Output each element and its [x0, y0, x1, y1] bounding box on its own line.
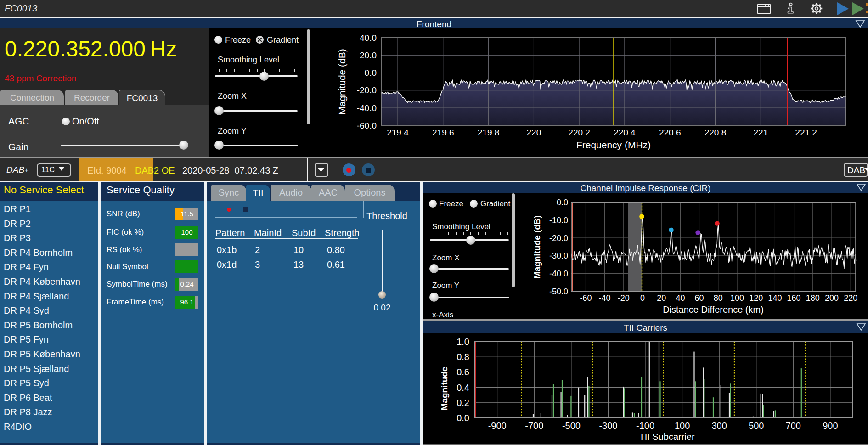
svg-text:40: 40 [676, 293, 685, 303]
svg-text:180: 180 [806, 293, 820, 303]
svg-text:160: 160 [787, 293, 801, 303]
svg-text:-50.0: -50.0 [549, 287, 568, 296]
svg-text:Distance Difference (km): Distance Difference (km) [663, 304, 764, 315]
svg-text:-40: -40 [599, 293, 611, 303]
svg-text:219.8: 219.8 [478, 128, 500, 137]
svg-text:0.2: 0.2 [457, 398, 469, 408]
svg-text:0.0: 0.0 [457, 413, 469, 423]
svg-text:219.4: 219.4 [387, 128, 409, 137]
svg-text:-30.0: -30.0 [549, 251, 568, 260]
svg-text:-20.0: -20.0 [357, 85, 377, 95]
svg-text:100: 100 [730, 293, 744, 303]
svg-text:700: 700 [786, 421, 801, 431]
svg-text:80: 80 [714, 293, 723, 303]
svg-text:220.6: 220.6 [659, 128, 681, 137]
svg-text:-300: -300 [599, 421, 617, 431]
svg-text:20.0: 20.0 [360, 51, 377, 60]
svg-text:Magnitude (dB): Magnitude (dB) [532, 215, 542, 279]
svg-text:120: 120 [749, 293, 763, 303]
svg-text:-20.0: -20.0 [549, 234, 568, 243]
svg-text:220: 220 [527, 128, 541, 137]
svg-text:Frequency (MHz): Frequency (MHz) [576, 140, 651, 150]
svg-text:220: 220 [844, 293, 857, 303]
svg-text:0: 0 [640, 293, 645, 303]
svg-text:140: 140 [768, 293, 782, 303]
svg-text:0.4: 0.4 [457, 383, 469, 393]
svg-text:221: 221 [753, 128, 768, 137]
svg-text:TII Subcarrier: TII Subcarrier [639, 432, 694, 442]
svg-text:-40.0: -40.0 [549, 269, 568, 278]
svg-text:219.6: 219.6 [432, 128, 454, 137]
svg-text:221.2: 221.2 [795, 128, 817, 137]
svg-text:-60: -60 [580, 293, 592, 303]
svg-text:220.4: 220.4 [614, 128, 636, 137]
svg-text:Magnitude (dB): Magnitude (dB) [337, 49, 347, 115]
svg-text:-900: -900 [488, 421, 507, 431]
svg-text:0.8: 0.8 [457, 352, 469, 362]
svg-text:0.0: 0.0 [365, 68, 377, 78]
svg-text:200: 200 [825, 293, 839, 303]
svg-text:60: 60 [695, 293, 704, 303]
svg-text:20: 20 [657, 293, 666, 303]
svg-text:300: 300 [712, 421, 727, 431]
svg-text:-20: -20 [618, 293, 630, 303]
svg-text:-60.0: -60.0 [357, 121, 377, 130]
svg-text:1.0: 1.0 [457, 337, 469, 347]
svg-text:Magnitude: Magnitude [440, 367, 449, 411]
svg-text:500: 500 [749, 421, 764, 431]
svg-text:-500: -500 [562, 421, 581, 431]
svg-text:-40.0: -40.0 [357, 103, 377, 113]
svg-text:40.0: 40.0 [360, 33, 377, 43]
svg-text:0.0: 0.0 [557, 198, 568, 207]
svg-text:900: 900 [823, 421, 838, 431]
svg-text:100: 100 [675, 421, 690, 431]
svg-text:220.2: 220.2 [568, 128, 590, 137]
svg-text:220.8: 220.8 [705, 128, 727, 137]
svg-text:-10.0: -10.0 [549, 216, 568, 225]
svg-text:0.6: 0.6 [457, 367, 469, 377]
svg-text:-700: -700 [525, 421, 543, 431]
svg-text:-100: -100 [636, 421, 654, 431]
